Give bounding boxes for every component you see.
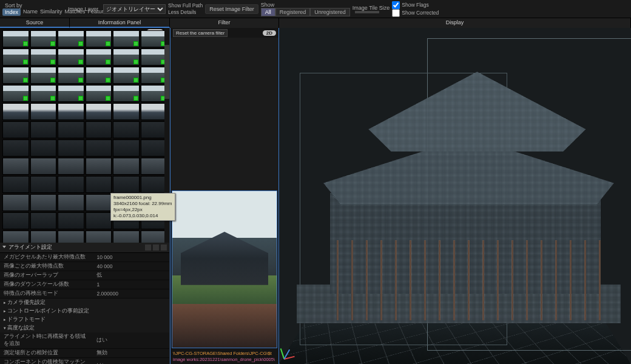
thumbnail[interactable] — [2, 176, 29, 193]
tile-size-slider[interactable] — [355, 11, 379, 13]
thumbnail[interactable] — [113, 140, 140, 157]
sect-advanced[interactable]: 高度な設定 — [0, 324, 169, 332]
preview-image[interactable] — [172, 190, 277, 348]
thumbnail[interactable] — [86, 67, 112, 84]
settings-row[interactable]: 画像のオーバーラップ低 — [0, 271, 169, 280]
thumbnail[interactable] — [141, 121, 167, 138]
thumbnail[interactable] — [141, 158, 167, 175]
thumbnail[interactable] — [58, 67, 84, 84]
settings-row[interactable]: 特徴点の再検出モード2.000000 — [0, 289, 169, 298]
reset-image-filter-button[interactable]: Reset Image Filter — [205, 4, 258, 14]
settings-icon-2[interactable] — [153, 244, 159, 251]
thumbnail[interactable] — [86, 30, 112, 47]
thumbnail[interactable] — [58, 85, 84, 102]
thumbnail[interactable] — [86, 194, 112, 211]
settings-value[interactable]: 無効 — [93, 349, 169, 358]
thumbnail[interactable] — [2, 30, 29, 47]
sort-similarity[interactable]: Similarity — [40, 8, 62, 16]
thumbnail[interactable] — [141, 140, 167, 157]
settings-row[interactable]: メガピクセルあたり最大特徴点数10 000 — [0, 253, 169, 262]
settings-row[interactable]: 画像ごとの最大特徴点数40 000 — [0, 262, 169, 271]
settings-row[interactable]: アライメント時に再構築する領域を追加はい — [0, 332, 169, 349]
tab-display[interactable]: Display — [279, 18, 631, 28]
sect-controlpoint[interactable]: コントロールポイントの事前設定 — [0, 307, 169, 315]
thumbnail[interactable] — [30, 121, 57, 138]
thumbnail[interactable] — [30, 194, 57, 211]
sort-index[interactable]: Index — [2, 8, 21, 16]
sect-draft[interactable]: ドラフトモード — [0, 315, 169, 324]
thumbnail[interactable] — [2, 140, 29, 157]
thumbnail[interactable] — [2, 212, 29, 229]
axis-gizmo[interactable] — [284, 336, 307, 359]
show-corrected-checkbox[interactable]: Show Corrected — [392, 9, 439, 17]
thumbnail[interactable] — [2, 194, 29, 211]
thumbnail[interactable] — [58, 231, 84, 243]
thumbnail[interactable] — [58, 140, 84, 157]
sort-name[interactable]: Name — [23, 8, 38, 16]
thumbnail[interactable] — [58, 212, 84, 229]
thumbnail[interactable] — [141, 67, 167, 84]
thumbnail[interactable] — [113, 30, 140, 47]
thumbnail[interactable] — [2, 158, 29, 175]
thumbnail[interactable] — [113, 67, 140, 84]
thumbnail[interactable] — [30, 158, 57, 175]
thumbnail[interactable] — [30, 49, 57, 66]
thumbnail[interactable] — [30, 231, 57, 243]
settings-icon-3[interactable] — [161, 244, 167, 251]
sect-camera[interactable]: カメラ優先設定 — [0, 298, 169, 307]
thumbnail[interactable] — [141, 176, 167, 193]
settings-value[interactable]: はい — [93, 332, 169, 349]
settings-value[interactable]: はい — [93, 358, 169, 365]
settings-header[interactable]: アライメント設定 — [0, 243, 169, 253]
thumbnail[interactable] — [2, 103, 29, 120]
3d-viewport[interactable] — [279, 28, 631, 364]
thumbnail[interactable] — [141, 231, 167, 243]
thumbnail[interactable] — [113, 103, 140, 120]
thumbnail[interactable] — [86, 212, 112, 229]
thumbnail[interactable] — [86, 121, 112, 138]
thumbnail[interactable] — [30, 176, 57, 193]
show-unregistered[interactable]: Unregistered — [310, 8, 350, 16]
thumbnail[interactable] — [58, 30, 84, 47]
thumbnail[interactable] — [113, 176, 140, 193]
tab-filter[interactable]: Filter — [170, 18, 279, 28]
settings-row[interactable]: 測定場所との相対位置無効 — [0, 349, 169, 358]
thumbnail[interactable] — [58, 103, 84, 120]
thumbnail[interactable] — [30, 140, 57, 157]
show-all[interactable]: All — [261, 8, 275, 16]
settings-value[interactable]: 2.000000 — [93, 289, 169, 298]
path-details-toggle[interactable]: Show Full Path Less Details — [168, 2, 203, 16]
thumbnail[interactable] — [30, 212, 57, 229]
thumbnail[interactable] — [58, 49, 84, 66]
thumbnail[interactable] — [86, 158, 112, 175]
thumbnail[interactable] — [86, 140, 112, 157]
thumbnail[interactable] — [30, 103, 57, 120]
thumbnail[interactable] — [141, 30, 167, 47]
thumbnail[interactable] — [141, 49, 167, 66]
settings-row[interactable]: 画像のダウンスケール係数1 — [0, 280, 169, 289]
thumbnail[interactable] — [30, 67, 57, 84]
thumbnail[interactable] — [30, 30, 57, 47]
image-layer-select[interactable]: ジオメトリレイヤー — [103, 4, 166, 14]
thumbnail[interactable] — [113, 121, 140, 138]
thumbnail[interactable] — [58, 176, 84, 193]
thumbnail[interactable] — [58, 194, 84, 211]
thumbnail[interactable] — [2, 49, 29, 66]
settings-value[interactable]: 10 000 — [93, 253, 169, 262]
thumbnail[interactable] — [58, 158, 84, 175]
thumbnail[interactable] — [86, 85, 112, 102]
thumbnail[interactable] — [86, 103, 112, 120]
thumbnail[interactable] — [58, 121, 84, 138]
settings-value[interactable]: 低 — [93, 271, 169, 280]
settings-icon-1[interactable] — [145, 244, 151, 251]
preview-2d-badge[interactable]: 2D — [263, 30, 276, 36]
reset-camera-filter-button[interactable]: Reset the camera filter — [173, 29, 228, 37]
thumbnail[interactable] — [141, 85, 167, 102]
thumbnail[interactable] — [86, 231, 112, 243]
thumbnail[interactable] — [30, 85, 57, 102]
thumbnail[interactable] — [86, 176, 112, 193]
thumbnail[interactable] — [141, 103, 167, 120]
thumbnail[interactable] — [113, 231, 140, 243]
thumbnail[interactable] — [113, 85, 140, 102]
tab-source[interactable]: Source — [0, 18, 70, 28]
